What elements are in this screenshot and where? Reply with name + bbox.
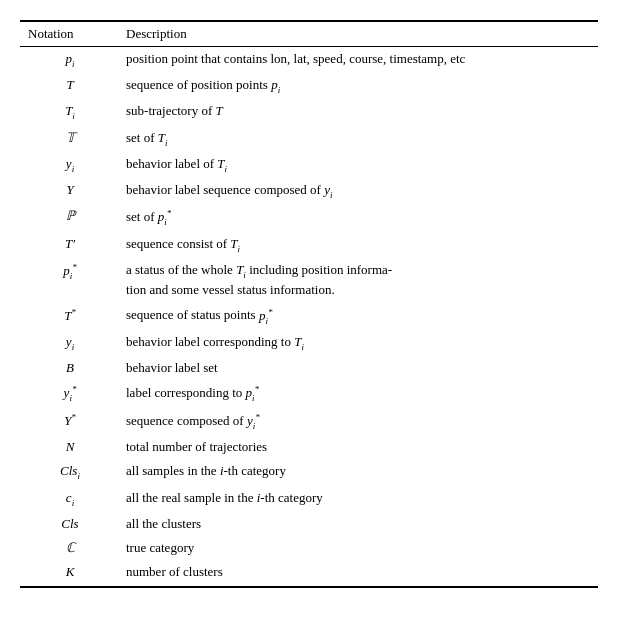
description-cell: sub-trajectory of T [120, 99, 598, 125]
notation-table-container: Notation Description piposition point th… [20, 20, 598, 588]
table-row: Knumber of clusters [20, 560, 598, 587]
table-header-row: Notation Description [20, 21, 598, 47]
description-cell: number of clusters [120, 560, 598, 587]
notation-cell: pi [20, 47, 120, 74]
table-row: yi*label corresponding to pi* [20, 380, 598, 408]
description-cell: set of pi* [120, 204, 598, 232]
notation-cell: N [20, 435, 120, 459]
table-row: piposition point that contains lon, lat,… [20, 47, 598, 74]
notation-cell: T* [20, 302, 120, 330]
description-cell: all samples in the i-th category [120, 459, 598, 485]
description-cell: sequence of status points pi* [120, 302, 598, 330]
description-cell: behavior label of Ti [120, 152, 598, 178]
description-cell: behavior label sequence composed of yi [120, 178, 598, 204]
notation-cell: 𝕋 [20, 126, 120, 152]
description-cell: total number of trajectories [120, 435, 598, 459]
description-cell: label corresponding to pi* [120, 380, 598, 408]
table-row: Tsequence of position points pi [20, 73, 598, 99]
description-cell: behavior label set [120, 356, 598, 380]
description-cell: all the real sample in the i-th category [120, 486, 598, 512]
table-row: Clsall the clusters [20, 512, 598, 536]
description-cell: a status of the whole Ti including posit… [120, 258, 598, 302]
table-row: yibehavior label corresponding to Ti [20, 330, 598, 356]
header-description: Description [120, 21, 598, 47]
table-row: 𝕋set of Ti [20, 126, 598, 152]
notation-cell: Y* [20, 408, 120, 436]
notation-cell: pi* [20, 258, 120, 302]
table-row: Ntotal number of trajectories [20, 435, 598, 459]
notation-cell: Cls [20, 512, 120, 536]
table-row: ℙset of pi* [20, 204, 598, 232]
description-cell: position point that contains lon, lat, s… [120, 47, 598, 74]
notation-cell: yi* [20, 380, 120, 408]
table-row: T′sequence consist of Ti [20, 232, 598, 258]
table-row: ℂtrue category [20, 536, 598, 560]
description-cell: sequence of position points pi [120, 73, 598, 99]
notation-cell: B [20, 356, 120, 380]
notation-cell: Ti [20, 99, 120, 125]
description-cell: sequence consist of Ti [120, 232, 598, 258]
notation-cell: ℙ [20, 204, 120, 232]
table-row: T*sequence of status points pi* [20, 302, 598, 330]
notation-cell: T′ [20, 232, 120, 258]
table-row: Clsiall samples in the i-th category [20, 459, 598, 485]
description-cell: all the clusters [120, 512, 598, 536]
description-cell: behavior label corresponding to Ti [120, 330, 598, 356]
notation-cell: ℂ [20, 536, 120, 560]
description-cell: true category [120, 536, 598, 560]
table-row: Ybehavior label sequence composed of yi [20, 178, 598, 204]
notation-cell: yi [20, 330, 120, 356]
notation-table: Notation Description piposition point th… [20, 20, 598, 588]
table-row: Tisub-trajectory of T [20, 99, 598, 125]
notation-cell: Y [20, 178, 120, 204]
notation-cell: K [20, 560, 120, 587]
table-row: pi*a status of the whole Ti including po… [20, 258, 598, 302]
description-cell: set of Ti [120, 126, 598, 152]
table-row: ciall the real sample in the i-th catego… [20, 486, 598, 512]
notation-cell: ci [20, 486, 120, 512]
notation-cell: T [20, 73, 120, 99]
description-cell: sequence composed of yi* [120, 408, 598, 436]
table-row: Bbehavior label set [20, 356, 598, 380]
notation-cell: yi [20, 152, 120, 178]
notation-cell: Clsi [20, 459, 120, 485]
table-row: Y*sequence composed of yi* [20, 408, 598, 436]
header-notation: Notation [20, 21, 120, 47]
table-row: yibehavior label of Ti [20, 152, 598, 178]
